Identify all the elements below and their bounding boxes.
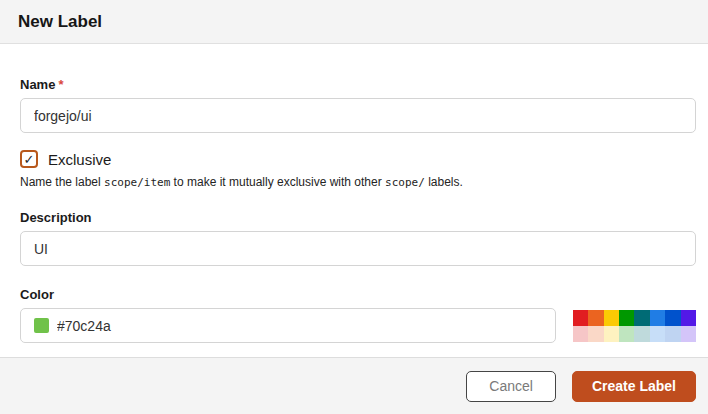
palette-swatch[interactable]	[588, 310, 603, 326]
name-input[interactable]	[20, 98, 696, 133]
palette-swatch[interactable]	[573, 326, 588, 342]
palette-swatch[interactable]	[634, 326, 649, 342]
palette-swatch[interactable]	[619, 326, 634, 342]
required-asterisk: *	[58, 77, 63, 92]
palette-swatch[interactable]	[665, 310, 680, 326]
palette-swatch[interactable]	[588, 326, 603, 342]
color-input[interactable]	[57, 318, 542, 334]
color-field: Color	[20, 287, 696, 343]
color-palette	[573, 310, 696, 342]
palette-swatch[interactable]	[665, 326, 680, 342]
exclusive-label[interactable]: Exclusive	[48, 151, 111, 168]
dialog-header: New Label	[0, 0, 708, 44]
palette-swatch[interactable]	[604, 310, 619, 326]
scope-code: scope/	[385, 176, 425, 189]
palette-swatch[interactable]	[573, 310, 588, 326]
description-input[interactable]	[20, 231, 696, 266]
palette-swatch[interactable]	[619, 310, 634, 326]
color-row	[20, 308, 696, 343]
description-label: Description	[20, 210, 696, 225]
palette-swatch[interactable]	[681, 326, 696, 342]
exclusive-help-text: Name the label scope/item to make it mut…	[20, 175, 696, 189]
checkmark-icon: ✓	[24, 152, 35, 165]
scope-item-code: scope/item	[104, 176, 170, 189]
color-input-wrap	[20, 308, 556, 343]
new-label-dialog: New Label Name* ✓ Exclusive Name the lab…	[0, 0, 708, 414]
palette-swatch[interactable]	[650, 310, 665, 326]
name-label: Name*	[20, 77, 696, 92]
exclusive-checkbox-row: ✓ Exclusive	[20, 150, 696, 168]
cancel-button[interactable]: Cancel	[466, 371, 556, 402]
palette-swatch[interactable]	[650, 326, 665, 342]
dialog-footer: Cancel Create Label	[0, 357, 708, 414]
name-field: Name*	[20, 77, 696, 133]
selected-color-swatch	[34, 318, 49, 333]
create-label-button[interactable]: Create Label	[572, 371, 696, 402]
dialog-title: New Label	[18, 12, 102, 32]
description-field: Description	[20, 210, 696, 266]
dialog-body: Name* ✓ Exclusive Name the label scope/i…	[0, 44, 708, 357]
palette-swatch[interactable]	[681, 310, 696, 326]
exclusive-checkbox[interactable]: ✓	[20, 150, 38, 168]
palette-swatch[interactable]	[604, 326, 619, 342]
palette-swatch[interactable]	[634, 310, 649, 326]
color-label: Color	[20, 287, 696, 302]
